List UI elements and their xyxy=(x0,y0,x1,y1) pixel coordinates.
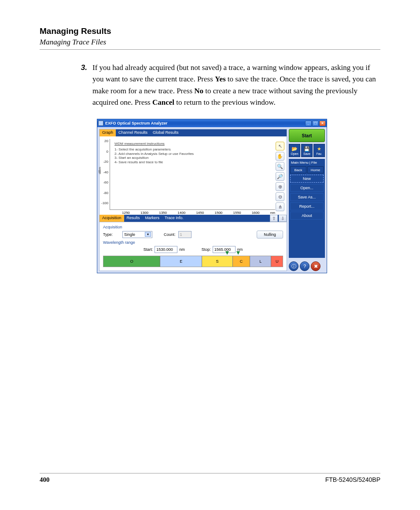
step-number: 3. xyxy=(79,62,92,108)
zoom-out-icon[interactable]: 🔎 xyxy=(276,172,284,181)
tab-trace-info[interactable]: Trace Info. xyxy=(162,215,186,222)
x-tick: 1300 xyxy=(140,211,148,215)
menu-save-as[interactable]: Save As... xyxy=(290,193,324,201)
window-title: EXFO Optical Spectrum Analyzer xyxy=(105,121,305,125)
x-tick: 1250 xyxy=(122,211,130,215)
tab-acquisition[interactable]: Acquisition xyxy=(99,215,124,222)
star-icon: ★ xyxy=(317,146,321,152)
range-markers xyxy=(103,251,283,256)
bottom-tabs: Acquisition Results Markers Trace Info. … xyxy=(99,215,287,222)
pointer-tool-icon[interactable]: ↖ xyxy=(276,142,284,150)
info-button[interactable]: ⓘ xyxy=(289,261,298,271)
home-button[interactable]: Home xyxy=(307,166,324,173)
panel-down-icon[interactable]: ⇩ xyxy=(279,215,287,222)
titlebar[interactable]: EXFO Optical Spectrum Analyzer _ □ × xyxy=(97,119,327,127)
minimize-button[interactable]: _ xyxy=(305,121,312,126)
start-button[interactable]: Start xyxy=(289,129,325,142)
markers-tool-icon[interactable]: ⋔ xyxy=(276,202,284,211)
instruction-line: 1- Select the acquisition parameters xyxy=(114,147,194,152)
y-axis: 20 0 -20 -40 -60 -80 -100 dBm xyxy=(101,139,110,205)
tab-results[interactable]: Results xyxy=(124,215,143,222)
save-icon: 💾 xyxy=(304,146,310,152)
wavelength-bands[interactable]: OESCLU xyxy=(103,256,283,267)
tab-graph[interactable]: Graph xyxy=(99,129,116,136)
page-footer: 400 FTB-5240S/5240BP xyxy=(40,473,380,484)
x-tick: 1550 xyxy=(233,211,241,215)
y-axis-label: dBm xyxy=(98,167,102,174)
x-tick: 1500 xyxy=(214,211,222,215)
file-menu: Main Menu | File Back Home New Open... S… xyxy=(289,159,325,258)
folder-open-icon: 📂 xyxy=(291,146,298,152)
y-tick: -80 xyxy=(103,191,108,195)
band-s[interactable]: S xyxy=(202,256,232,267)
open-label: Open xyxy=(291,152,298,155)
no-keyword: No xyxy=(194,87,203,95)
y-tick: -40 xyxy=(103,170,108,174)
back-button[interactable]: Back xyxy=(290,166,306,173)
x-tick: 1400 xyxy=(177,211,185,215)
page-number: 400 xyxy=(40,476,50,484)
wavelength-group-label: Wavelength range xyxy=(103,240,283,245)
fav-button[interactable]: ★ Fav. xyxy=(313,144,325,157)
step-3: 3. If you had already acquired (but not … xyxy=(79,62,380,108)
breadcrumb: Main Menu | File xyxy=(290,160,324,165)
pan-tool-icon[interactable]: ✋ xyxy=(276,152,284,161)
count-label: Count: xyxy=(164,232,176,237)
instruction-line: 2- Add channels in Analysis Setup or use… xyxy=(114,152,194,156)
menu-about[interactable]: About xyxy=(290,212,324,220)
step-body: If you had already acquired (but not sav… xyxy=(92,62,380,108)
step-text: to return to the previous window. xyxy=(174,98,276,106)
menu-open[interactable]: Open... xyxy=(290,184,324,192)
plot-area[interactable]: WDM measurement instructions 1- Select t… xyxy=(110,139,275,210)
zoom-minus-icon[interactable]: ⊖ xyxy=(276,192,284,201)
close-button[interactable]: × xyxy=(319,121,326,126)
exit-button[interactable]: ✖ xyxy=(311,261,321,271)
y-tick: -60 xyxy=(103,180,108,184)
tab-channel-results[interactable]: Channel Results xyxy=(116,129,150,136)
header-rule xyxy=(40,49,380,50)
x-tick: 1450 xyxy=(196,211,204,215)
cancel-keyword: Cancel xyxy=(152,98,174,106)
section-subtitle: Managing Trace Files xyxy=(40,38,380,47)
screenshot: EXFO Optical Spectrum Analyzer _ □ × Gra… xyxy=(97,119,327,273)
y-tick: 0 xyxy=(107,150,108,154)
tab-markers[interactable]: Markers xyxy=(143,215,162,222)
top-tabs: Graph Channel Results Global Results xyxy=(99,129,287,136)
menu-new[interactable]: New xyxy=(290,175,324,183)
type-dropdown[interactable]: Single xyxy=(122,231,152,238)
menu-report[interactable]: Report... xyxy=(290,202,324,210)
app-window: EXFO Optical Spectrum Analyzer _ □ × Gra… xyxy=(97,119,327,273)
tab-global-results[interactable]: Global Results xyxy=(150,129,181,136)
acquisition-group-label: Acquisition xyxy=(103,225,283,229)
x-axis: 1250 1300 1350 1400 1450 1500 1550 1600 … xyxy=(110,210,275,215)
section-title: Managing Results xyxy=(40,26,380,36)
band-c[interactable]: C xyxy=(233,256,250,267)
instruction-line: 3- Start an acquisition xyxy=(114,156,194,160)
graph-tools: ↖ ✋ 🔍 🔎 ⊕ ⊖ ⋔ xyxy=(275,139,285,215)
x-tick: 1350 xyxy=(159,211,167,215)
zoom-in-icon[interactable]: 🔍 xyxy=(276,162,284,171)
count-field: 1 xyxy=(178,231,192,238)
y-tick: -20 xyxy=(103,160,108,164)
y-tick: -100 xyxy=(101,201,108,205)
band-l[interactable]: L xyxy=(250,256,271,267)
y-tick: 20 xyxy=(104,139,108,143)
help-button[interactable]: ? xyxy=(300,261,309,271)
instruction-line: 4- Save results and trace to file xyxy=(114,160,194,165)
x-tick: nm xyxy=(270,211,275,215)
open-button[interactable]: 📂 Open xyxy=(289,144,300,157)
main-area: Graph Channel Results Global Results 20 … xyxy=(99,129,287,271)
zoom-plus-icon[interactable]: ⊕ xyxy=(276,182,284,191)
band-u[interactable]: U xyxy=(271,256,283,267)
stop-marker-icon[interactable] xyxy=(236,251,240,255)
sidebar: Start 📂 Open 💾 Save ★ Fav. xyxy=(289,129,325,271)
band-e[interactable]: E xyxy=(160,256,202,267)
yes-keyword: Yes xyxy=(215,75,226,83)
band-o[interactable]: O xyxy=(103,256,160,267)
start-marker-icon[interactable] xyxy=(225,251,229,255)
save-button[interactable]: 💾 Save xyxy=(301,144,313,157)
panel-up-icon[interactable]: ⇧ xyxy=(270,215,278,222)
nulling-button[interactable]: Nulling xyxy=(257,231,283,238)
maximize-button[interactable]: □ xyxy=(312,121,319,126)
type-label: Type: xyxy=(103,232,120,237)
